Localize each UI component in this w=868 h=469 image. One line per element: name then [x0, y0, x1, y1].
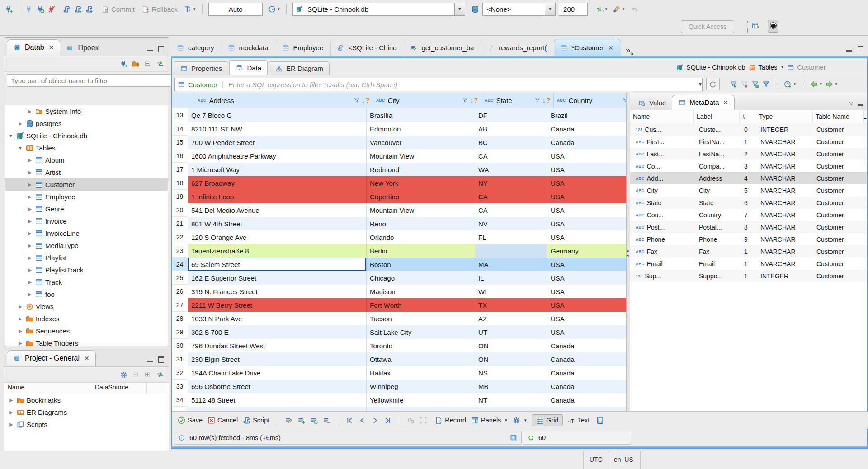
- grid-cell[interactable]: CA: [475, 203, 547, 217]
- chevron-right-icon[interactable]: ▶: [27, 206, 33, 211]
- filter-funnel-icon[interactable]: [533, 96, 542, 104]
- row-number[interactable]: 27: [172, 298, 188, 312]
- grid-cell[interactable]: Vancouver: [367, 136, 475, 149]
- chevron-right-icon[interactable]: ▶: [9, 398, 14, 403]
- column-header-address[interactable]: ABCAddress↕?: [194, 93, 373, 108]
- grid-cell[interactable]: Halifax: [367, 366, 475, 380]
- fetch-size-input[interactable]: 200: [559, 3, 588, 16]
- cancel-button[interactable]: Cancel: [207, 416, 238, 424]
- chevron-right-icon[interactable]: ▶: [18, 304, 23, 309]
- grid-cell[interactable]: Qe 7 Bloco G: [188, 108, 367, 122]
- close-icon[interactable]: ✕: [723, 99, 728, 106]
- tab-database-navigator[interactable]: Datab ✕: [7, 39, 60, 56]
- grid-cell[interactable]: Fort Worth: [367, 298, 475, 312]
- connection-history-button[interactable]: ▼: [268, 5, 280, 13]
- new-folder-button[interactable]: [132, 60, 140, 68]
- new-connection-plug-button[interactable]: [5, 5, 13, 13]
- row-number[interactable]: 25: [172, 271, 188, 285]
- row-number-header[interactable]: [172, 93, 194, 108]
- sql-filter-input[interactable]: Customer | Enter a SQL expression to fil…: [174, 78, 703, 91]
- chevron-right-icon[interactable]: ▶: [27, 219, 33, 224]
- row-number[interactable]: 21: [172, 217, 188, 230]
- grid-cell[interactable]: Tauentzienstraße 8: [188, 244, 367, 258]
- chevron-right-icon[interactable]: ▶: [18, 316, 23, 321]
- auto-refresh-button[interactable]: ▼: [784, 80, 797, 88]
- row-number[interactable]: 30: [172, 339, 188, 352]
- sql-editor-button[interactable]: [62, 5, 71, 13]
- tab-value[interactable]: Value: [632, 96, 672, 110]
- chevron-right-icon[interactable]: ▶: [18, 341, 23, 346]
- tree-item-sequences[interactable]: ▶Sequences: [5, 325, 168, 337]
- tree-item-indexes[interactable]: ▶Indexes: [5, 313, 168, 325]
- tree-item-sqlite-chinook-db[interactable]: ▼SQLite - Chinook.db: [5, 130, 168, 142]
- grid-cell[interactable]: IL: [475, 271, 547, 285]
- meta-row[interactable]: ABCFaxFax1NVARCHARCustomer2,147,483: [630, 245, 867, 258]
- chevron-right-icon[interactable]: ▶: [27, 170, 33, 175]
- meta-column-header-name[interactable]: Name: [630, 110, 694, 123]
- grid-cell[interactable]: Tucson: [367, 312, 475, 325]
- grid-cell[interactable]: Winnipeg: [367, 380, 475, 393]
- tree-item-views[interactable]: ▶Views: [5, 300, 168, 313]
- breadcrumb-item-tables[interactable]: Tables▼: [748, 63, 784, 71]
- minimize-icon[interactable]: [147, 361, 153, 362]
- tree-item-genre[interactable]: ▶Genre: [5, 203, 168, 215]
- meta-row[interactable]: ABCCo...Compa...3NVARCHARCustomer2,147,4…: [630, 160, 867, 172]
- editor-tab-customer[interactable]: *Customer✕: [554, 39, 621, 56]
- column-name[interactable]: Name: [4, 383, 91, 394]
- tree-item-artist[interactable]: ▶Artist: [5, 166, 168, 178]
- grid-cell[interactable]: 319 N. Frances Street: [188, 285, 367, 298]
- chevron-right-icon[interactable]: ▶: [27, 231, 33, 236]
- tree-item-playlisttrack[interactable]: ▶PlaylistTrack: [5, 264, 168, 276]
- tab-projects[interactable]: Проек: [60, 40, 104, 56]
- chevron-down-icon[interactable]: ▼: [18, 145, 23, 150]
- pin-panel-icon[interactable]: [509, 434, 518, 442]
- grid-cell[interactable]: USA: [547, 190, 626, 203]
- last-row-icon[interactable]: [383, 416, 392, 424]
- save-button[interactable]: Save: [177, 416, 203, 424]
- text-view-button[interactable]: ‹›T Text: [567, 416, 590, 424]
- sync-connection-button[interactable]: ▼: [595, 5, 608, 13]
- tree-item-table-triggers[interactable]: ▶Table Triggers: [5, 337, 168, 346]
- tree-item-album[interactable]: ▶Album: [5, 154, 168, 166]
- column-header-city[interactable]: ABCCity↕?: [373, 93, 481, 108]
- settings-gear-button[interactable]: [119, 371, 127, 379]
- tree-item-system-info[interactable]: ▶iSystem Info: [5, 105, 168, 117]
- grid-cell[interactable]: 700 W Pender Street: [188, 136, 367, 149]
- editor-tab-rewards-report[interactable]: frewards_report(: [481, 39, 554, 56]
- auto-commit-combo[interactable]: Auto: [208, 3, 263, 16]
- minimize-icon[interactable]: [846, 50, 852, 52]
- object-filter-input[interactable]: [7, 74, 172, 87]
- grid-cell[interactable]: USA: [547, 298, 626, 312]
- grid-cell[interactable]: Canada: [547, 380, 626, 393]
- grid-cell[interactable]: [547, 407, 626, 411]
- grid-cell[interactable]: UT: [475, 325, 547, 339]
- new-connection-plug-button[interactable]: [119, 60, 127, 68]
- dbeaver-perspective-button[interactable]: [768, 20, 778, 33]
- meta-row[interactable]: 123Cus...Custo...0INTEGERCustomer2,147,4…: [630, 123, 867, 136]
- grid-cell[interactable]: NS: [475, 366, 547, 380]
- grid-cell[interactable]: USA: [547, 203, 626, 217]
- row-number[interactable]: 17: [172, 163, 188, 176]
- chevron-right-icon[interactable]: ▶: [9, 422, 14, 427]
- funnel-plain-icon[interactable]: [762, 80, 770, 88]
- grid-cell[interactable]: ON: [475, 352, 547, 366]
- meta-row[interactable]: ABCLast...LastNa...2NVARCHARCustomer2,14…: [630, 148, 867, 160]
- maximize-icon[interactable]: [858, 46, 863, 52]
- grid-cell[interactable]: CA: [475, 149, 547, 163]
- chevron-right-icon[interactable]: ▶: [27, 182, 33, 187]
- grid-cell[interactable]: MB: [475, 380, 547, 393]
- grid-cell[interactable]: Canada: [547, 393, 626, 407]
- grid-cell[interactable]: 1033 N Park Ave: [188, 312, 367, 325]
- grid-cell[interactable]: Orlando: [367, 230, 475, 244]
- grid-cell[interactable]: WA: [475, 163, 547, 176]
- meta-column-header-type[interactable]: Type: [756, 110, 813, 123]
- row-number[interactable]: 24: [172, 258, 188, 271]
- filter-dropdown-icon[interactable]: ▼: [698, 82, 703, 87]
- row-number[interactable]: 15: [172, 136, 188, 149]
- tab-metadata[interactable]: MetaData ✕: [672, 95, 735, 110]
- chevron-right-icon[interactable]: ▶: [18, 121, 23, 126]
- editor-tab-sqlite-chino[interactable]: <SQLite - Chino: [330, 39, 404, 56]
- chevron-right-icon[interactable]: ▶: [9, 410, 14, 415]
- close-icon[interactable]: ✕: [84, 355, 90, 362]
- column-header-state[interactable]: ABCState↕?: [481, 93, 554, 108]
